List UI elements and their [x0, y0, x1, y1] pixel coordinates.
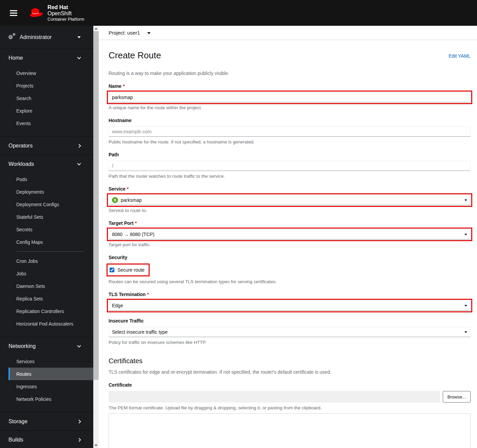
browse-button[interactable]: Browse... — [443, 391, 471, 403]
sidebar-group-storage[interactable]: Storage — [0, 412, 93, 430]
sidebar-item-deployments[interactable]: Deployments — [0, 186, 93, 198]
sidebar-group-label: Storage — [8, 418, 27, 425]
sidebar-group-networking[interactable]: Networking — [0, 337, 93, 355]
name-help-text: A unique name for the route within the p… — [109, 105, 471, 110]
service-badge-icon: S — [112, 197, 118, 203]
triangle-down-icon — [95, 445, 97, 446]
sidebar-item-projects[interactable]: Projects — [0, 79, 93, 92]
create-route-form: Create Route Edit YAML Routing is a way … — [99, 40, 477, 448]
sidebar-item-routes[interactable]: Routes — [8, 368, 93, 380]
required-asterisk: * — [127, 186, 129, 192]
target-port-select[interactable]: 8080 → 8080 (TCP) — [109, 229, 471, 239]
name-label: Name* — [109, 83, 471, 89]
path-help-text: Path that the router watches to route tr… — [109, 174, 471, 179]
path-input[interactable] — [109, 161, 471, 171]
insecure-traffic-label: Insecure Traffic — [109, 318, 471, 324]
tls-termination-select[interactable]: Edge — [109, 300, 471, 311]
certificate-filename-input[interactable] — [109, 391, 440, 403]
sidebar-group-label: Operators — [8, 143, 33, 149]
required-asterisk: * — [135, 220, 137, 226]
caret-down-icon — [464, 331, 467, 333]
sidebar-item-horizontal-pod-autoscalers[interactable]: Horizontal Pod Autoscalers — [0, 317, 93, 330]
sidebar-group-home[interactable]: Home — [0, 49, 93, 67]
scroll-down-button[interactable] — [93, 443, 99, 448]
secure-route-checkbox[interactable] — [110, 268, 114, 272]
sidebar-item-overview[interactable]: Overview — [0, 67, 93, 79]
chevron-right-icon — [77, 420, 81, 423]
tls-termination-select-value: Edge — [112, 303, 123, 308]
service-help-text: Service to route to. — [109, 208, 471, 213]
name-input[interactable] — [109, 92, 471, 102]
sidebar-item-search[interactable]: Search — [0, 92, 93, 104]
sidebar-item-cron-jobs[interactable]: Cron Jobs — [0, 255, 93, 267]
target-port-select-value: 8080 → 8080 (TCP) — [112, 232, 154, 237]
sidebar-section-workloads: Workloads Pods Deployments Deployment Co… — [0, 155, 93, 337]
security-help-text: Routes can be secured using several TLS … — [109, 279, 471, 284]
sidebar-group-builds[interactable]: Builds — [0, 431, 93, 448]
scroll-up-button[interactable] — [93, 26, 99, 31]
sidebar-item-events[interactable]: Events — [0, 117, 93, 130]
sidebar-group-operators[interactable]: Operators — [0, 137, 93, 155]
sidebar-scrollbar[interactable] — [93, 26, 99, 448]
sidebar-item-ingresses[interactable]: Ingresses — [0, 380, 93, 393]
hostname-help-text: Public hostname for the route. If not sp… — [109, 139, 471, 144]
sidebar-group-label: Home — [8, 55, 23, 61]
edit-yaml-link[interactable]: Edit YAML — [449, 53, 471, 59]
caret-down-icon — [147, 32, 151, 34]
sidebar-item-pods[interactable]: Pods — [0, 173, 93, 186]
sidebar-item-replication-controllers[interactable]: Replication Controllers — [0, 305, 93, 317]
brand-line-1: Red Hat — [47, 4, 84, 11]
scrollbar-thumb[interactable] — [93, 31, 99, 380]
project-selector[interactable]: Project: user1 — [109, 30, 151, 36]
brand-line-3: Container Platform — [47, 17, 84, 22]
certificate-textarea[interactable] — [109, 413, 471, 448]
redhat-fedora-icon — [29, 7, 44, 19]
sidebar-nav: ⚙⚙ Administrator Home Overview Projects … — [0, 26, 93, 448]
sidebar-group-label: Workloads — [8, 161, 34, 167]
sidebar-group-label: Builds — [8, 437, 23, 443]
service-label: Service* — [109, 186, 471, 192]
secure-route-checkbox-group[interactable]: Secure route — [107, 264, 150, 276]
sidebar-item-network-policies[interactable]: Network Policies — [0, 393, 93, 405]
masthead: Red Hat OpenShift Container Platform — [0, 0, 477, 26]
sidebar-group-workloads[interactable]: Workloads — [0, 155, 93, 173]
project-bar: Project: user1 — [99, 26, 477, 40]
target-port-label: Target Port* — [109, 220, 471, 226]
chevron-down-icon — [77, 161, 81, 165]
sidebar-item-secrets[interactable]: Secrets — [0, 223, 93, 236]
sidebar-item-config-maps[interactable]: Config Maps — [0, 236, 93, 248]
chevron-down-icon — [77, 55, 81, 59]
caret-down-icon — [77, 36, 81, 38]
service-select[interactable]: S parksmap — [109, 195, 471, 205]
secure-route-checkbox-label[interactable]: Secure route — [117, 267, 145, 273]
hostname-label: Hostname — [109, 118, 471, 123]
certificate-file-upload: Browse... — [109, 391, 471, 403]
sidebar-item-explore[interactable]: Explore — [0, 104, 93, 117]
insecure-traffic-select[interactable]: Select insecure traffic type — [109, 327, 471, 337]
sidebar-item-stateful-sets[interactable]: Stateful Sets — [0, 211, 93, 223]
hostname-input[interactable] — [109, 126, 471, 137]
sidebar-section-networking: Networking Services Routes Ingresses Net… — [0, 337, 93, 412]
triangle-up-icon — [95, 28, 97, 30]
brand-text: Red Hat OpenShift Container Platform — [47, 4, 84, 22]
sidebar-item-replica-sets[interactable]: Replica Sets — [0, 292, 93, 305]
sidebar-item-daemon-sets[interactable]: Daemon Sets — [0, 280, 93, 292]
brand-logo: Red Hat OpenShift Container Platform — [29, 4, 84, 22]
sidebar-item-deployment-configs[interactable]: Deployment Configs — [0, 198, 93, 211]
chevron-down-icon — [77, 344, 81, 347]
sidebar-item-jobs[interactable]: Jobs — [0, 267, 93, 280]
required-asterisk: * — [147, 292, 149, 297]
service-select-value: parksmap — [121, 197, 141, 203]
sidebar-item-services[interactable]: Services — [0, 355, 93, 368]
perspective-switcher[interactable]: ⚙⚙ Administrator — [0, 26, 93, 48]
chevron-right-icon — [77, 438, 81, 442]
target-port-help-text: Target port for traffic. — [109, 242, 471, 247]
required-asterisk: * — [123, 83, 125, 89]
caret-down-icon — [464, 234, 467, 235]
nav-toggle-icon[interactable] — [8, 8, 19, 18]
project-selector-label: Project: user1 — [109, 30, 140, 36]
sidebar-section-home: Home Overview Projects Search Explore Ev… — [0, 49, 93, 136]
path-label: Path — [109, 152, 471, 157]
sidebar-group-label: Networking — [8, 343, 36, 349]
cogs-icon: ⚙⚙ — [8, 35, 17, 40]
